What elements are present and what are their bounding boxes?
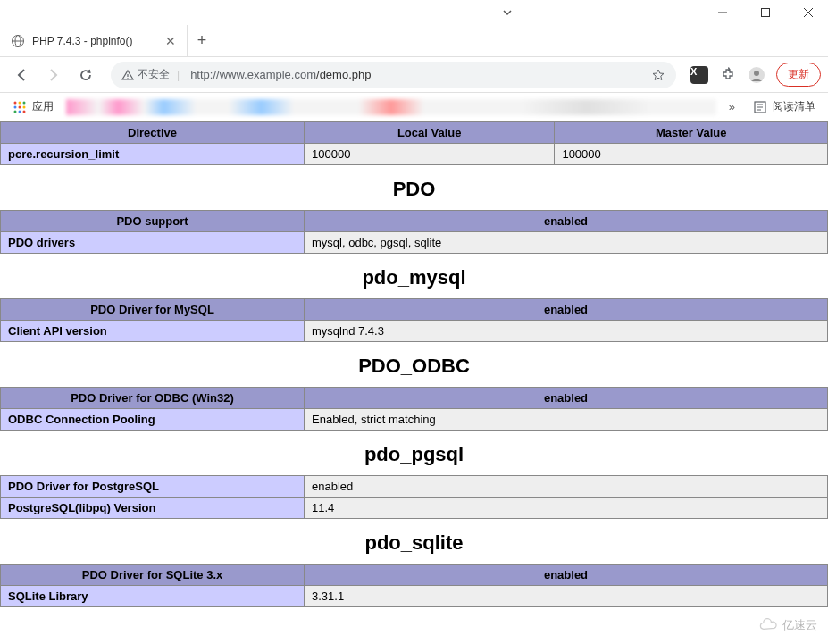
svg-point-19 [23,110,26,113]
overflow-chevron-icon[interactable]: » [723,100,740,113]
pgsql-version-value: 11.4 [305,498,828,519]
svg-point-16 [23,105,26,108]
svg-point-12 [19,101,21,104]
close-tab-icon[interactable]: ✕ [165,34,176,48]
minimize-button[interactable] [710,4,735,21]
svg-point-14 [14,105,17,108]
globe-icon [11,34,25,48]
odbc-pool-value: Enabled, strict matching [305,409,828,431]
directive-name: pcre.recursion_limit [1,144,305,165]
pdo-support-value: enabled [305,211,828,232]
svg-point-10 [754,71,759,76]
pdo-support-label: PDO support [1,211,305,232]
reading-list-label: 阅读清单 [773,99,815,114]
master-value: 100000 [555,144,828,165]
tab-bar: PHP 7.4.3 - phpinfo() ✕ + [0,25,828,57]
new-tab-button[interactable]: + [188,31,216,50]
section-title-pdo-pgsql: pdo_pgsql [0,431,828,475]
odbc-driver-value: enabled [305,388,828,409]
header-master-value: Master Value [555,122,828,144]
section-title-pdo: PDO [0,165,828,210]
local-value: 100000 [305,144,555,165]
table-row: SQLite Library 3.31.1 [1,586,828,607]
table-row: PDO drivers mysql, odbc, pgsql, sqlite [1,232,828,254]
collapse-caret-icon[interactable] [501,6,514,19]
security-warning[interactable]: 不安全 | [121,67,183,82]
apps-label: 应用 [32,99,54,114]
table-row: PostgreSQL(libpq) Version 11.4 [1,498,828,519]
sqlite-lib-value: 3.31.1 [305,586,828,607]
header-local-value: Local Value [305,122,555,144]
url-text: http://www.example.com/demo.php [190,68,644,81]
table-row: pcre.recursion_limit 100000 100000 [1,144,828,165]
bookmark-star-icon[interactable] [651,68,665,82]
profile-avatar-icon[interactable] [744,63,769,88]
page-content: Directive Local Value Master Value pcre.… [0,121,828,607]
address-bar: 不安全 | http://www.example.com/demo.php X … [0,57,828,93]
section-title-pdo-mysql: pdo_mysql [0,254,828,298]
table-row: PDO Driver for PostgreSQL enabled [1,476,828,498]
pdo-sqlite-table: PDO Driver for SQLite 3.x enabled SQLite… [0,564,828,607]
section-title-pdo-sqlite: pdo_sqlite [0,519,828,564]
apps-grid-icon [13,100,27,114]
mysql-driver-value: enabled [305,299,828,321]
pdo-drivers-label: PDO drivers [1,232,305,254]
bookmarks-bar: 应用 » 阅读清单 [0,93,828,121]
tab-title: PHP 7.4.3 - phpinfo() [32,35,158,47]
browser-tab[interactable]: PHP 7.4.3 - phpinfo() ✕ [0,25,188,57]
pdo-table: PDO support enabled PDO drivers mysql, o… [0,210,828,254]
table-row: ODBC Connection Pooling Enabled, strict … [1,409,828,431]
omnibox[interactable]: 不安全 | http://www.example.com/demo.php [111,62,676,88]
pdo-drivers-value: mysql, odbc, pgsql, sqlite [305,232,828,254]
apps-button[interactable]: 应用 [7,99,59,114]
mysql-driver-label: PDO Driver for MySQL [1,299,305,321]
mysql-api-value: mysqlnd 7.4.3 [305,321,828,342]
maximize-button[interactable] [753,4,778,21]
warning-triangle-icon [121,69,134,81]
svg-rect-1 [762,9,770,17]
directive-header-table: Directive Local Value Master Value pcre.… [0,121,828,165]
url-host: http://www.example.com [190,68,316,81]
security-label: 不安全 [138,67,170,82]
odbc-driver-label: PDO Driver for ODBC (Win32) [1,388,305,409]
pgsql-driver-label: PDO Driver for PostgreSQL [1,476,305,498]
forward-button[interactable] [39,61,68,89]
reading-list-icon [753,100,767,114]
sqlite-driver-value: enabled [305,565,828,586]
svg-point-17 [14,110,17,113]
svg-point-13 [23,101,26,104]
window-controls [0,0,828,25]
mysql-api-label: Client API version [1,321,305,342]
svg-point-8 [127,77,128,78]
pgsql-driver-value: enabled [305,476,828,498]
svg-point-15 [19,105,21,108]
blurred-bookmarks [66,99,716,115]
update-button[interactable]: 更新 [776,63,821,87]
header-directive: Directive [1,122,305,144]
pdo-pgsql-table: PDO Driver for PostgreSQL enabled Postgr… [0,475,828,519]
back-button[interactable] [7,61,36,89]
extensions-menu-icon[interactable] [715,63,740,88]
sqlite-lib-label: SQLite Library [1,586,305,607]
url-path: /demo.php [316,68,371,81]
svg-point-18 [19,110,21,113]
pdo-mysql-table: PDO Driver for MySQL enabled Client API … [0,298,828,342]
close-window-button[interactable] [796,4,821,21]
odbc-pool-label: ODBC Connection Pooling [1,409,305,431]
reload-button[interactable] [71,61,100,89]
section-title-pdo-odbc: PDO_ODBC [0,342,828,387]
extension-icon-dark[interactable]: X [687,63,712,88]
reading-list-button[interactable]: 阅读清单 [748,99,821,114]
svg-point-11 [14,101,17,104]
pgsql-version-label: PostgreSQL(libpq) Version [1,498,305,519]
sqlite-driver-label: PDO Driver for SQLite 3.x [1,565,305,586]
pdo-odbc-table: PDO Driver for ODBC (Win32) enabled ODBC… [0,387,828,431]
table-row: Client API version mysqlnd 7.4.3 [1,321,828,342]
